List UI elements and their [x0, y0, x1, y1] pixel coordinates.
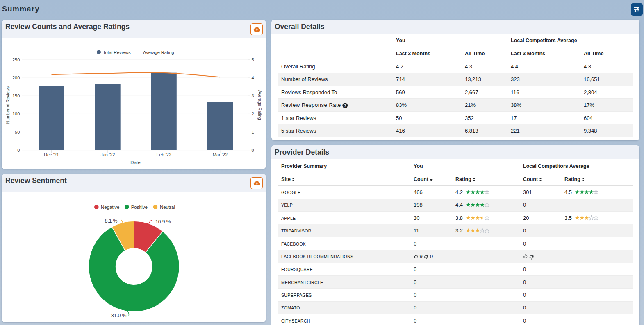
svg-text:0: 0 — [17, 148, 20, 153]
svg-text:Number of Reviews: Number of Reviews — [5, 86, 10, 124]
svg-text:4: 4 — [252, 75, 254, 80]
svg-text:?: ? — [344, 103, 346, 108]
svg-text:1: 1 — [252, 130, 254, 135]
svg-text:2: 2 — [252, 111, 254, 116]
svg-text:8.1 %: 8.1 % — [105, 218, 118, 224]
svg-text:Average Rating: Average Rating — [257, 90, 262, 120]
svg-text:Positive: Positive — [131, 205, 148, 210]
svg-text:3: 3 — [252, 93, 254, 98]
svg-text:Average Rating: Average Rating — [143, 50, 174, 55]
svg-text:250: 250 — [12, 57, 20, 62]
svg-text:150: 150 — [12, 93, 20, 98]
svg-text:100: 100 — [12, 111, 20, 116]
svg-text:Date: Date — [130, 160, 140, 165]
svg-text:Mar '22: Mar '22 — [213, 152, 228, 157]
svg-text:Neutral: Neutral — [160, 205, 175, 210]
svg-text:Negative: Negative — [101, 205, 119, 210]
svg-text:81.0 %: 81.0 % — [111, 313, 127, 318]
svg-text:Dec '21: Dec '21 — [44, 152, 59, 157]
svg-text:10.9 %: 10.9 % — [155, 219, 171, 225]
svg-text:200: 200 — [12, 75, 20, 80]
svg-text:0: 0 — [252, 148, 254, 153]
svg-text:Feb '22: Feb '22 — [157, 152, 171, 157]
svg-text:5: 5 — [252, 57, 254, 62]
svg-text:Jan '22: Jan '22 — [100, 152, 115, 157]
svg-text:Total Reviews: Total Reviews — [103, 50, 131, 55]
svg-text:50: 50 — [15, 130, 20, 135]
